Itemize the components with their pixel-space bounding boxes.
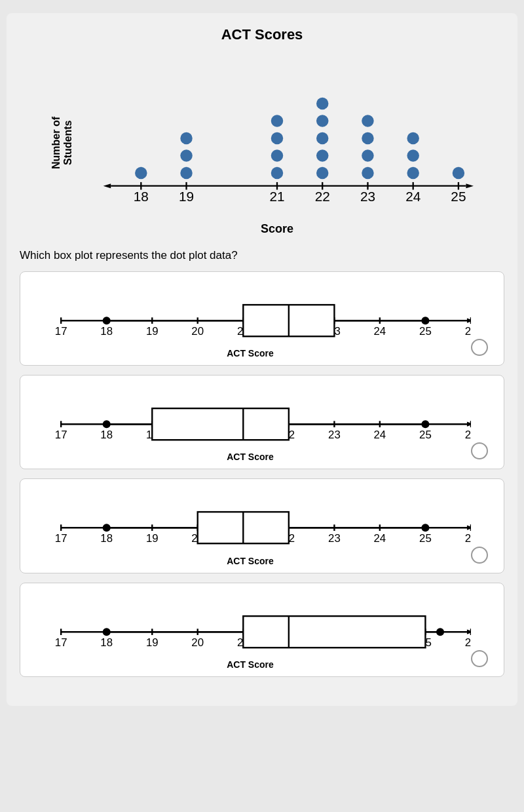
- svg-point-22: [271, 149, 283, 161]
- svg-text:18: 18: [100, 325, 113, 338]
- dot-plot-svg: 18 19 21 22 23: [81, 50, 474, 219]
- svg-point-25: [316, 167, 328, 179]
- svg-text:17: 17: [55, 636, 67, 649]
- svg-text:24: 24: [373, 325, 386, 338]
- svg-point-21: [271, 167, 283, 179]
- svg-text:26: 26: [465, 429, 471, 441]
- dot-plot-section: ACT Scores Number ofStudents 18: [20, 26, 504, 236]
- svg-text:19: 19: [146, 532, 159, 545]
- svg-point-89: [103, 420, 111, 428]
- dot-plot-area: 18 19 21 22 23: [81, 50, 474, 236]
- svg-text:22: 22: [315, 189, 330, 204]
- radio-b[interactable]: [471, 442, 488, 459]
- svg-text:26: 26: [465, 532, 471, 545]
- box-plot-b-container: 17 18 19 20 21 22 23 24 25 26: [29, 385, 471, 462]
- svg-text:23: 23: [328, 429, 341, 441]
- svg-rect-90: [152, 408, 289, 440]
- svg-text:20: 20: [191, 636, 204, 649]
- svg-text:18: 18: [134, 189, 149, 204]
- svg-point-27: [316, 132, 328, 144]
- svg-point-20: [180, 132, 192, 144]
- svg-text:18: 18: [100, 532, 113, 545]
- svg-point-30: [362, 167, 373, 179]
- dot-plot-title: ACT Scores: [20, 26, 504, 43]
- answer-option-d[interactable]: 17 18 19 20 21 22 23 24 25 26: [20, 583, 504, 677]
- box-plot-a-label: ACT Score: [29, 348, 471, 358]
- radio-c[interactable]: [471, 547, 488, 564]
- svg-text:24: 24: [373, 532, 386, 545]
- svg-point-34: [407, 167, 419, 179]
- svg-text:18: 18: [100, 429, 113, 441]
- svg-point-121: [421, 524, 429, 532]
- box-plot-c-label: ACT Score: [29, 556, 471, 566]
- svg-point-23: [271, 132, 283, 144]
- svg-rect-146: [243, 616, 425, 648]
- svg-point-35: [407, 149, 419, 161]
- svg-point-37: [453, 167, 464, 179]
- svg-point-29: [316, 98, 328, 109]
- svg-text:25: 25: [451, 189, 466, 204]
- svg-text:25: 25: [419, 325, 432, 338]
- radio-a[interactable]: [471, 339, 488, 356]
- svg-point-24: [271, 115, 283, 126]
- svg-text:25: 25: [419, 532, 432, 545]
- box-plot-a-container: 17 18 19 20 21 22 23 24 25 26: [29, 281, 471, 358]
- svg-point-61: [103, 317, 111, 324]
- svg-text:19: 19: [146, 325, 159, 338]
- svg-point-32: [362, 132, 373, 144]
- svg-text:18: 18: [100, 636, 113, 649]
- svg-text:23: 23: [328, 532, 341, 545]
- svg-text:26: 26: [465, 325, 471, 338]
- svg-marker-2: [103, 184, 111, 188]
- svg-point-117: [103, 524, 111, 532]
- svg-point-18: [180, 167, 192, 179]
- svg-text:19: 19: [179, 189, 194, 204]
- svg-point-149: [436, 628, 444, 636]
- svg-point-33: [362, 115, 373, 126]
- svg-text:20: 20: [191, 325, 204, 338]
- box-plot-d-label: ACT Score: [29, 659, 471, 670]
- dot-plot-wrapper: Number ofStudents 18: [20, 50, 504, 236]
- box-plot-d-container: 17 18 19 20 21 22 23 24 25 26: [29, 592, 471, 670]
- svg-point-28: [316, 115, 328, 126]
- page-container: ACT Scores Number ofStudents 18: [7, 13, 517, 706]
- x-axis-label: Score: [81, 222, 474, 236]
- question-text: Which box plot represents the dot plot d…: [20, 249, 504, 262]
- svg-text:24: 24: [405, 189, 421, 204]
- answer-option-b[interactable]: 17 18 19 20 21 22 23 24 25 26: [20, 375, 504, 469]
- box-plot-b-label: ACT Score: [29, 452, 471, 462]
- answer-option-c[interactable]: 17 18 19 20 21 22 23 24 25 26: [20, 478, 504, 573]
- svg-text:17: 17: [55, 532, 67, 545]
- radio-d[interactable]: [471, 650, 488, 667]
- svg-text:21: 21: [269, 189, 284, 204]
- svg-text:17: 17: [55, 325, 67, 338]
- answer-option-a[interactable]: 17 18 19 20 21 22 23 24 25 26: [20, 271, 504, 366]
- svg-point-19: [180, 149, 192, 161]
- svg-point-93: [421, 420, 429, 428]
- svg-text:24: 24: [373, 429, 386, 441]
- svg-text:23: 23: [360, 189, 375, 204]
- svg-point-36: [407, 132, 419, 144]
- svg-point-145: [103, 628, 111, 636]
- svg-point-26: [316, 149, 328, 161]
- svg-text:26: 26: [465, 636, 471, 649]
- box-plot-c-container: 17 18 19 20 21 22 23 24 25 26: [29, 488, 471, 566]
- svg-point-17: [135, 167, 147, 179]
- svg-text:25: 25: [419, 429, 432, 441]
- svg-point-31: [362, 149, 373, 161]
- svg-text:17: 17: [55, 429, 67, 441]
- y-axis-label: Number ofStudents: [50, 117, 74, 169]
- svg-point-65: [421, 317, 429, 324]
- svg-text:19: 19: [146, 636, 159, 649]
- svg-marker-1: [466, 184, 474, 188]
